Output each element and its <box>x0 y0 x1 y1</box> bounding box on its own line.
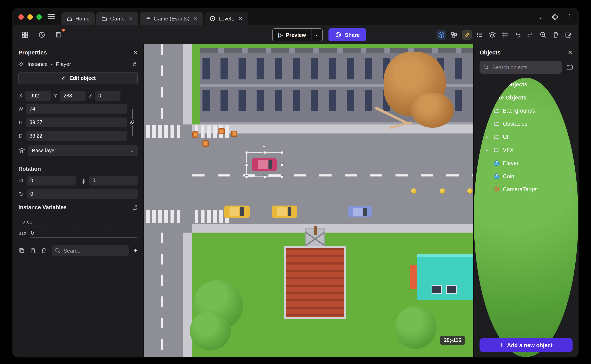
zoom-icon[interactable] <box>538 30 548 40</box>
share-button[interactable]: Share <box>328 28 366 41</box>
instances-icon[interactable] <box>449 30 459 40</box>
objects-search-input[interactable]: Search objects <box>479 61 562 74</box>
edit-object-button[interactable]: Edit object <box>19 72 138 84</box>
delete-variable-icon[interactable] <box>40 247 47 254</box>
selection-handle[interactable] <box>245 163 248 166</box>
selection-handle[interactable] <box>263 151 266 154</box>
add-new-object-button[interactable]: + Add a new object <box>479 338 572 352</box>
grid-icon[interactable] <box>500 30 510 40</box>
open-variables-icon[interactable] <box>132 205 138 210</box>
object-player[interactable]: Player ⋮ <box>474 156 578 169</box>
layer-select[interactable]: Base layer ⌄ <box>28 145 138 156</box>
group-scene-objects[interactable]: ▾ Scene Objects <box>474 91 578 104</box>
scene-canvas[interactable]: 29;-116 <box>144 44 473 357</box>
big-tree-instance[interactable] <box>411 92 454 128</box>
kebab-menu-icon[interactable]: ⋮ <box>568 107 573 114</box>
close-tab-icon[interactable]: ✕ <box>129 16 133 22</box>
yellow-car-instance[interactable] <box>272 206 297 218</box>
y-input[interactable]: 288 <box>60 91 86 101</box>
3d-view-icon[interactable] <box>437 30 446 40</box>
tab-game-events[interactable]: Game (Events) ✕ <box>140 12 203 25</box>
edit-properties-icon[interactable] <box>564 30 573 40</box>
close-icon[interactable]: ✕ <box>568 49 572 56</box>
variables-search-input[interactable]: Searc... <box>52 245 129 256</box>
variable-value-input[interactable]: 0 <box>30 229 137 237</box>
kebab-menu-icon[interactable]: ⋮ <box>568 173 573 179</box>
edit-mode-pencil-icon[interactable] <box>462 30 472 40</box>
close-window-button[interactable] <box>19 14 24 20</box>
caret-down-icon[interactable]: ▾ <box>479 95 484 100</box>
tab-level1[interactable]: Level1 ✕ <box>205 12 248 25</box>
add-folder-icon[interactable] <box>566 64 573 71</box>
rotation-z-input[interactable]: 0 <box>27 189 138 199</box>
folder-vfx[interactable]: ▸ VFX ⋮ <box>474 143 578 156</box>
kebab-menu-icon[interactable]: ⋮ <box>566 13 572 20</box>
tree-instance[interactable] <box>190 311 231 351</box>
object-coin[interactable]: Coin ⋮ <box>474 169 578 183</box>
folder-obstacles[interactable]: ▸ Obstacles ⋮ <box>474 117 578 130</box>
selection-handle[interactable] <box>245 151 248 154</box>
selection-handle[interactable] <box>281 163 284 166</box>
variable-name[interactable]: Force <box>19 215 138 227</box>
close-tab-icon[interactable]: ✕ <box>194 16 198 22</box>
close-icon[interactable]: ✕ <box>133 49 138 56</box>
chevron-down-icon[interactable]: ⌄ <box>538 13 544 20</box>
rotation-handle[interactable] <box>263 145 265 148</box>
copy-icon[interactable] <box>19 247 25 254</box>
height-input[interactable]: 39,27 <box>26 117 127 127</box>
history-icon[interactable] <box>37 30 47 40</box>
close-tab-icon[interactable]: ✕ <box>238 16 243 22</box>
project-manager-icon[interactable] <box>20 30 30 40</box>
tab-game[interactable]: Game ✕ <box>96 12 138 25</box>
teal-building-instance[interactable] <box>417 257 473 300</box>
kebab-menu-icon[interactable]: ⋮ <box>568 160 573 166</box>
link-dimensions-icon[interactable] <box>129 119 135 125</box>
redo-icon[interactable] <box>525 30 535 40</box>
layers-icon[interactable] <box>487 30 497 40</box>
coin-instance[interactable] <box>467 188 472 194</box>
events-sheet-icon[interactable] <box>475 30 485 40</box>
crate-instance[interactable] <box>192 131 198 137</box>
crate-instance[interactable] <box>231 131 237 137</box>
selection-box[interactable] <box>246 152 282 177</box>
save-icon[interactable] <box>54 30 64 40</box>
folder-ui[interactable]: ▸ UI ⋮ <box>474 130 578 143</box>
depth-input[interactable]: 33,22 <box>26 131 127 141</box>
kebab-menu-icon[interactable]: ⋮ <box>568 133 573 140</box>
caret-right-icon[interactable]: ▸ <box>486 121 491 126</box>
selection-handle[interactable] <box>281 151 284 154</box>
crate-instance[interactable] <box>202 140 209 147</box>
kebab-menu-icon[interactable]: ⋮ <box>568 186 573 192</box>
caret-right-icon[interactable]: ▸ <box>486 135 491 139</box>
preview-options-caret[interactable]: ⌄ <box>312 29 322 41</box>
selection-handle[interactable] <box>263 175 266 178</box>
trash-icon[interactable] <box>551 30 561 40</box>
z-input[interactable]: 0 <box>95 91 120 101</box>
hamburger-menu-icon[interactable] <box>47 14 55 19</box>
caret-right-icon[interactable]: ▸ <box>486 148 491 152</box>
preview-button[interactable]: ▷ Preview ⌄ <box>272 28 323 41</box>
lock-icon[interactable] <box>132 61 138 67</box>
coin-instance[interactable] <box>411 188 416 194</box>
object-cameratarget[interactable]: CameraTarget ⋮ <box>474 183 578 196</box>
rotation-y-input[interactable]: 0 <box>89 176 138 185</box>
undo-icon[interactable] <box>513 30 523 40</box>
selection-handle[interactable] <box>245 175 248 178</box>
group-global-objects[interactable]: ▸ Global Objects <box>474 78 578 91</box>
x-input[interactable]: -992 <box>25 91 51 101</box>
caret-right-icon[interactable]: ▸ <box>486 108 491 113</box>
crate-instance[interactable] <box>219 128 225 134</box>
yellow-car-instance[interactable] <box>224 206 250 218</box>
selection-handle[interactable] <box>281 175 284 178</box>
folder-backgrounds[interactable]: ▸ Backgrounds ⋮ <box>474 104 578 117</box>
kebab-menu-icon[interactable]: ⋮ <box>568 120 573 127</box>
coin-instance[interactable] <box>440 188 445 194</box>
maximize-window-button[interactable] <box>36 14 42 20</box>
rotation-x-input[interactable]: 0 <box>27 176 76 185</box>
kebab-menu-icon[interactable]: ⋮ <box>568 147 573 153</box>
extensions-icon[interactable] <box>550 12 560 22</box>
width-input[interactable]: 74 <box>26 104 127 114</box>
caret-right-icon[interactable]: ▸ <box>479 82 484 87</box>
brick-building-instance[interactable] <box>284 246 346 319</box>
add-variable-icon[interactable]: + <box>133 247 138 254</box>
